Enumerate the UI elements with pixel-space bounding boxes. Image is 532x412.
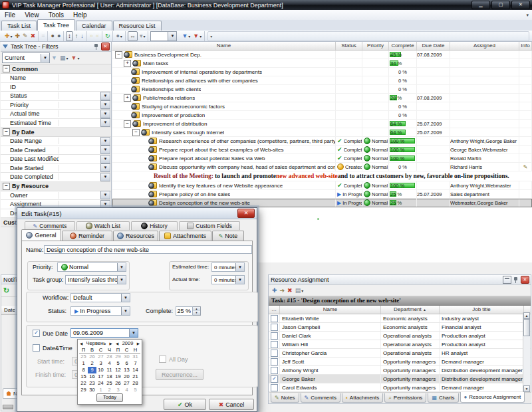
resource-job-column[interactable]: Job title xyxy=(440,306,524,314)
resource-row[interactable]: Jeff ScottOpportunity managersDemand man… xyxy=(269,358,531,366)
resource-row[interactable]: Christopher GarciaOperational analystsHR… xyxy=(269,349,531,358)
chevron-down-icon[interactable]: ▼ xyxy=(100,110,110,118)
save-filter-icon[interactable]: ▦▾ xyxy=(59,54,69,62)
remove-resource-icon[interactable]: ✖ xyxy=(287,286,293,295)
calendar-day[interactable]: 7 xyxy=(131,360,140,367)
calendar-day[interactable]: 17 xyxy=(96,373,105,380)
collapse-icon[interactable]: − xyxy=(3,65,10,72)
due-date-picker[interactable]: 09.06.2009 ▼ xyxy=(70,328,138,338)
due-date-checkbox[interactable]: ✓ xyxy=(33,330,40,337)
tab-task-list[interactable]: Task List xyxy=(1,21,37,31)
chevron-down-icon[interactable]: ▼ xyxy=(121,294,130,302)
complete-spinner[interactable]: 25 % ▲▼ xyxy=(176,306,201,316)
calendar-day[interactable]: 18 xyxy=(105,373,114,380)
calendar-day[interactable]: 25 xyxy=(105,380,114,387)
notifications-icon[interactable]: ●▾ xyxy=(115,32,122,41)
task-row[interactable]: −Improvement of distribution64 %25.07.20… xyxy=(112,120,532,128)
dialog-tab-watch-list[interactable]: Watch List xyxy=(76,221,130,230)
calendar-day[interactable]: 23 xyxy=(88,380,96,387)
resource-checkbox[interactable] xyxy=(271,358,278,365)
chevron-down-icon[interactable]: ▼ xyxy=(100,92,110,100)
edit-task-icon[interactable]: ✎ xyxy=(22,32,29,41)
chevron-down-icon[interactable]: ▼ xyxy=(117,276,126,284)
task-row[interactable]: Identify the key features of new Website… xyxy=(112,181,532,190)
task-row[interactable]: Relationships and alliances with other c… xyxy=(112,76,532,85)
dialog-close-button[interactable]: ✕ xyxy=(237,209,255,218)
calendar-day[interactable]: 5 xyxy=(131,387,140,393)
resource-name-column[interactable]: Name xyxy=(280,306,381,314)
chevron-down-icon[interactable]: ▼ xyxy=(168,32,176,41)
calendar-day[interactable]: 15 xyxy=(79,373,88,380)
unassign-resource-icon[interactable]: ➔ xyxy=(279,286,286,295)
tree-column-status[interactable]: Status xyxy=(336,42,362,50)
resource-department-column[interactable]: Department ▲ xyxy=(381,306,440,314)
resource-checkbox[interactable]: ✓ xyxy=(271,375,278,383)
calendar-day[interactable]: 29 xyxy=(79,387,88,393)
calendar-day[interactable]: 30 xyxy=(88,387,96,393)
tab-task-tree[interactable]: Task Tree xyxy=(37,19,75,31)
next-year-icon[interactable]: ▶ xyxy=(137,342,140,346)
chevron-down-icon[interactable]: ▼ xyxy=(100,118,110,127)
add-task-icon[interactable]: ✚▾ xyxy=(4,32,13,41)
collapse-icon[interactable]: − xyxy=(132,129,140,136)
task-row[interactable]: Improvement of internal operations by de… xyxy=(112,68,532,76)
calendar-day[interactable]: 10 xyxy=(96,367,105,373)
fit-rows-icon[interactable]: ↕ xyxy=(66,31,73,41)
filter-tasks-icon[interactable]: ▼▾ xyxy=(181,32,191,41)
calendar-day[interactable]: 29 xyxy=(114,354,122,360)
calendar-day[interactable]: 12 xyxy=(114,367,122,373)
panel-tab-comments[interactable]: ✎Comments xyxy=(301,393,340,403)
maximize-button[interactable]: ▢ xyxy=(491,1,510,9)
filter-field-value[interactable] xyxy=(59,74,111,82)
calendar-day[interactable]: 19 xyxy=(114,373,122,380)
collapse-icon[interactable]: − xyxy=(3,183,10,190)
calendar-day[interactable]: 27 xyxy=(96,354,105,360)
resource-row[interactable]: Elizabeth WhiteEconomic analystsIndustry… xyxy=(269,314,531,323)
datetime-checkbox[interactable] xyxy=(33,344,40,352)
chevron-down-icon[interactable]: ▼ xyxy=(100,137,110,146)
move-down-icon[interactable]: ↓ xyxy=(80,32,84,41)
calendar-day[interactable]: 24 xyxy=(96,380,105,387)
calendar-day[interactable]: 14 xyxy=(131,367,140,373)
menu-file[interactable]: File xyxy=(0,11,20,19)
chevron-down-icon[interactable]: ▼ xyxy=(100,173,110,181)
collapse-icon[interactable]: − xyxy=(115,51,122,58)
task-comments-icon[interactable]: ● xyxy=(57,32,61,41)
actual-select[interactable]: 0 minutes ▼ xyxy=(211,275,245,284)
dialog-tab-general[interactable]: General xyxy=(21,229,61,241)
chevron-down-icon[interactable]: ▼ xyxy=(41,54,49,62)
task-group-select[interactable]: Intensify sales through Interne ▼ xyxy=(65,275,126,284)
chevron-down-icon[interactable]: ▾ xyxy=(77,56,79,60)
row-height-icon[interactable]: ▾▾ xyxy=(139,32,146,41)
restore-icon[interactable] xyxy=(503,276,511,284)
scroll-up-icon[interactable]: ▲ xyxy=(523,312,530,319)
dialog-tab-history[interactable]: History xyxy=(131,221,178,230)
filter-section-common[interactable]: −Common xyxy=(1,64,111,74)
resource-row[interactable]: Anthony WrightOpportunity managersDistri… xyxy=(269,366,531,375)
add-subtask-icon[interactable]: ✚ xyxy=(15,32,21,41)
tree-column-complete[interactable]: Complete xyxy=(389,42,417,50)
calendar-day[interactable]: 20 xyxy=(122,373,131,380)
filter-field-value[interactable] xyxy=(59,155,100,163)
chevron-down-icon[interactable]: ▼ xyxy=(100,155,110,163)
chevron-down-icon[interactable]: ▾ xyxy=(200,34,201,39)
task-row[interactable]: Prepare report about potential Sales via… xyxy=(112,154,532,163)
filter-field-value[interactable] xyxy=(59,83,111,92)
chevron-down-icon[interactable]: ▼ xyxy=(235,276,244,284)
task-notes-icon[interactable]: ● xyxy=(50,32,55,41)
apply-filter-icon[interactable]: ▼ xyxy=(51,54,58,62)
menu-tools[interactable]: Tools xyxy=(44,11,68,19)
menu-help[interactable]: Help xyxy=(68,11,92,19)
resource-row[interactable]: Jason CampbellEconomic analystsFinancial… xyxy=(269,323,531,332)
delete-task-icon[interactable]: ✖ xyxy=(30,32,37,41)
tree-column-info[interactable]: Info xyxy=(519,42,532,50)
resource-checkbox[interactable] xyxy=(271,315,278,322)
collapse-icon[interactable]: − xyxy=(3,128,10,136)
next-month-icon[interactable]: ▶ xyxy=(109,342,112,346)
tree-column-assigned[interactable]: Assigned xyxy=(450,42,519,50)
toolbar-overflow-icon[interactable]: ▾ xyxy=(526,13,532,18)
expand-icon[interactable]: + xyxy=(124,60,131,67)
chevron-down-icon[interactable]: ▼ xyxy=(129,329,138,337)
resource-row[interactable]: Daniel ClarkOperational analystsProducti… xyxy=(269,332,531,340)
calendar-day[interactable]: 30 xyxy=(122,354,131,360)
